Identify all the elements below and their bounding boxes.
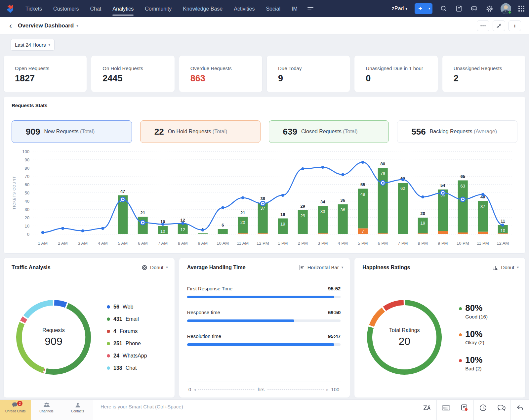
line-point: [361, 161, 364, 164]
pill-label: Backlog Requests (Average): [430, 129, 497, 135]
nav-item-analytics[interactable]: Analytics: [112, 1, 134, 16]
pill-on-hold-requests[interactable]: 22 On Hold Requests (Total): [140, 120, 261, 143]
pill-backlog-requests[interactable]: 556 Backlog Requests (Average): [397, 120, 517, 143]
time-range-filter[interactable]: Last 24 Hours▾: [11, 39, 55, 51]
aht-chart-type-select[interactable]: Horizontal Bar▾: [299, 265, 344, 271]
gamescope-icon[interactable]: [470, 5, 478, 13]
kpi-unassigned-requests[interactable]: Unassigned Requests 2: [442, 55, 526, 92]
line-point: [421, 195, 424, 198]
pill-closed-requests[interactable]: 639 Closed Requests (Total): [269, 120, 389, 143]
legend-email[interactable]: 431Email: [107, 316, 147, 322]
onhold-bar: [418, 233, 428, 234]
closed-bar: [198, 233, 208, 234]
legend-good[interactable]: 80%Good (16): [459, 303, 488, 319]
x-axis-label: 4 PM: [338, 241, 348, 246]
pill-label: On Hold Requests (Total): [168, 129, 227, 135]
closed-bar: [378, 168, 388, 233]
dashboard-title-dropdown[interactable]: Overview Dashboard ▾: [18, 22, 78, 29]
conversations-icon[interactable]: [492, 400, 510, 420]
legend-whatsapp[interactable]: 24WhatsApp: [107, 353, 147, 359]
stats-pill-row: 909 New Requests (Total) 22 On Hold Requ…: [4, 113, 525, 143]
info-button[interactable]: i: [509, 21, 521, 31]
bottom-panels: Traffic Analysis Donut▾ Requests 909 56W…: [3, 258, 526, 398]
happiness-legend: 80%Good (16) 10%Okay (2) 10%Bad (2): [459, 303, 488, 371]
bar-chart-icon: [492, 265, 498, 271]
svg-text:60: 60: [25, 182, 29, 187]
x-axis-label: 2 AM: [58, 241, 68, 246]
donut-center-value: 20: [399, 335, 411, 348]
legend-bad[interactable]: 10%Bad (2): [459, 355, 488, 371]
kpi-unassigned-due-1-hour[interactable]: Unassigned Due in 1 hour 0: [354, 55, 438, 92]
more-menu-icon[interactable]: [307, 7, 313, 10]
kpi-overdue-requests[interactable]: Overdue Requests 863: [179, 55, 263, 92]
pill-value: 556: [411, 127, 426, 137]
nav-item-community[interactable]: Community: [145, 1, 172, 16]
nav-item-social[interactable]: Social: [266, 1, 280, 16]
history-clock-icon[interactable]: [473, 400, 492, 420]
bar-total-label: 12: [181, 218, 185, 223]
x-axis-label: 6 PM: [378, 241, 388, 246]
contacts-tab[interactable]: Contacts: [62, 400, 93, 420]
svg-text:20: 20: [25, 215, 29, 220]
onhold-bar: [258, 233, 268, 234]
nav-item-activities[interactable]: Activities: [234, 1, 255, 16]
kpi-label: Open Requests: [15, 65, 87, 71]
requests-stats-title: Requests Stats: [4, 97, 525, 113]
smart-chat-input[interactable]: [101, 404, 402, 409]
nav-item-tickets[interactable]: Tickets: [25, 1, 42, 16]
collapse-button[interactable]: [493, 21, 505, 31]
svg-text:90: 90: [25, 157, 29, 162]
onhold-bar: [378, 233, 388, 234]
line-point: [501, 224, 504, 227]
chat-notes-icon[interactable]: [455, 400, 473, 420]
zia-assistant-icon[interactable]: [418, 400, 436, 420]
x-axis-label: 11 AM: [237, 241, 249, 246]
aht-response: Response time69:50: [187, 310, 341, 322]
x-axis-label: 3 AM: [78, 241, 88, 246]
smart-chat-input-wrap: [93, 400, 418, 420]
donut-icon: [142, 265, 147, 271]
pill-value: 22: [154, 127, 164, 137]
user-avatar[interactable]: [501, 3, 511, 14]
traffic-chart-type-select[interactable]: Donut▾: [142, 265, 168, 271]
release-notes-icon[interactable]: [455, 5, 463, 13]
zoho-desk-logo-icon[interactable]: [5, 3, 16, 14]
app-grid-icon[interactable]: [518, 6, 524, 12]
requests-stats-card: Requests Stats 909 New Requests (Total) …: [3, 96, 526, 254]
nav-item-chat[interactable]: Chat: [90, 1, 101, 16]
kpi-value: 9: [278, 73, 350, 84]
kpi-open-requests[interactable]: Open Requests 1827: [3, 55, 87, 92]
nav-item-customers[interactable]: Customers: [53, 1, 79, 16]
bar-total-label: 80: [381, 161, 385, 166]
workspace-selector[interactable]: zPad▾: [392, 6, 407, 12]
unread-chats-tab[interactable]: 2 Unread Chats: [0, 400, 31, 420]
search-icon[interactable]: [440, 5, 448, 13]
nav-item-im[interactable]: IM: [292, 1, 298, 16]
line-point: [41, 231, 44, 234]
pill-new-requests[interactable]: 909 New Requests (Total): [12, 120, 132, 143]
onhold-bar: [478, 232, 488, 234]
happiness-chart-type-select[interactable]: Donut▾: [492, 265, 519, 271]
keyboard-icon[interactable]: [436, 400, 455, 420]
more-options-button[interactable]: [477, 21, 489, 31]
legend-forums[interactable]: 4Forums: [107, 328, 147, 334]
kpi-on-hold-requests[interactable]: On Hold Requests 2445: [91, 55, 175, 92]
nav-item-knowledge-base[interactable]: Knowledge Base: [183, 1, 223, 16]
x-axis-label: 12 PM: [257, 241, 269, 246]
legend-chat[interactable]: 138Chat: [107, 365, 147, 371]
add-button[interactable]: + ▾: [415, 3, 432, 14]
kpi-due-today[interactable]: Due Today 9: [266, 55, 350, 92]
channels-tab[interactable]: Channels: [31, 400, 62, 420]
back-button[interactable]: ‹: [9, 22, 12, 30]
legend-phone[interactable]: 251Phone: [107, 341, 147, 347]
nav-divider: [20, 4, 20, 14]
legend-okay[interactable]: 10%Okay (2): [459, 329, 488, 346]
settings-gear-icon[interactable]: [485, 5, 493, 13]
add-dropdown-caret[interactable]: ▾: [426, 3, 432, 14]
legend-web[interactable]: 56Web: [107, 304, 147, 310]
x-axis-label: 9 AM: [198, 241, 208, 246]
svg-text:10: 10: [25, 224, 29, 229]
closed-bar: [238, 217, 248, 233]
bar-total-label: 11: [501, 219, 505, 224]
reply-icon[interactable]: [510, 400, 529, 420]
